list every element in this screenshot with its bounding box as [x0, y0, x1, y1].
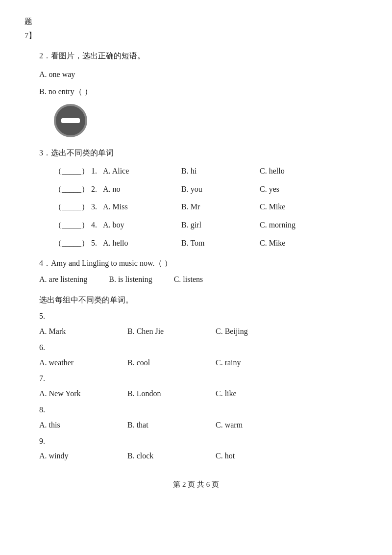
- q3-2a: A. no: [103, 182, 181, 197]
- group-item-8: 8. A. this B. that C. warm: [24, 403, 368, 432]
- gi9-b: B. clock: [127, 449, 216, 463]
- no-entry-bar: [61, 118, 80, 123]
- q3-blank-5: （_____）: [54, 236, 89, 251]
- group-item-8-choices: A. this B. that C. warm: [24, 418, 368, 432]
- group-item-8-num: 8.: [24, 403, 368, 417]
- q2-option-b: B. no entry（ ）: [24, 85, 368, 99]
- gi6-a: A. weather: [39, 356, 127, 370]
- question3-title: 3．选出不同类的单词: [39, 146, 368, 160]
- gi5-c: C. Beijing: [216, 325, 294, 339]
- q3-blank-4: （_____）: [54, 218, 89, 232]
- q3-choices-5: A. hello B. Tom C. Mike: [103, 236, 368, 251]
- q3-num-4: 4.: [91, 218, 101, 232]
- question4-text: 4．Amy and Lingling to music now.（ ）: [39, 256, 368, 271]
- q3-5b: B. Tom: [181, 236, 260, 251]
- group-item-7: 7. A. New York B. London C. like: [24, 372, 368, 401]
- gi5-b: B. Chen Jie: [127, 325, 216, 339]
- gi8-a: A. this: [39, 418, 127, 432]
- gi7-a: A. New York: [39, 387, 127, 401]
- header-line1: 题: [24, 15, 368, 29]
- q3-3b: B. Mr: [181, 200, 260, 214]
- q3-item-4: （_____） 4. A. boy B. girl C. morning: [24, 218, 368, 232]
- q2-option-a: A. one way: [24, 68, 368, 82]
- q3-num-3: 3.: [91, 200, 101, 214]
- q3-5c: C. Mike: [260, 236, 338, 251]
- group-item-6: 6. A. weather B. cool C. rainy: [24, 341, 368, 370]
- q3-1a: A. Alice: [103, 164, 181, 178]
- group-item-9-num: 9.: [24, 434, 368, 449]
- q3-item-5: （_____） 5. A. hello B. Tom C. Mike: [24, 236, 368, 251]
- q4-option-c: C. listens: [174, 275, 203, 283]
- group-item-5-num: 5.: [24, 309, 368, 324]
- group-section-title: 选出每组中不同类的单词。: [39, 293, 368, 307]
- gi9-c: C. hot: [216, 449, 294, 463]
- q3-num-1: 1.: [91, 164, 101, 178]
- group-item-9-choices: A. windy B. clock C. hot: [24, 449, 368, 463]
- q3-item-2: （_____） 2. A. no B. you C. yes: [24, 182, 368, 197]
- q3-1c: C. hello: [260, 164, 338, 178]
- q3-num-2: 2.: [91, 182, 101, 197]
- q3-blank-3: （_____）: [54, 200, 89, 214]
- group-item-5-choices: A. Mark B. Chen Jie C. Beijing: [24, 325, 368, 339]
- gi8-b: B. that: [127, 418, 216, 432]
- q3-4c: C. morning: [260, 218, 338, 232]
- q3-choices-1: A. Alice B. hi C. hello: [103, 164, 368, 178]
- header-line2: 7】: [24, 29, 368, 43]
- group-item-6-num: 6.: [24, 341, 368, 355]
- q3-num-5: 5.: [91, 236, 101, 251]
- q4-option-a: A. are listening: [39, 275, 87, 283]
- no-entry-sign: [54, 104, 87, 137]
- q3-2b: B. you: [181, 182, 260, 197]
- gi7-b: B. London: [127, 387, 216, 401]
- q3-2c: C. yes: [260, 182, 338, 197]
- gi6-b: B. cool: [127, 356, 216, 370]
- group-item-5: 5. A. Mark B. Chen Jie C. Beijing: [24, 309, 368, 339]
- group-item-6-choices: A. weather B. cool C. rainy: [24, 356, 368, 370]
- q3-4b: B. girl: [181, 218, 260, 232]
- group-item-7-choices: A. New York B. London C. like: [24, 387, 368, 401]
- gi6-c: C. rainy: [216, 356, 294, 370]
- page-header: 题 7】: [24, 15, 368, 43]
- q3-4a: A. boy: [103, 218, 181, 232]
- gi5-a: A. Mark: [39, 325, 127, 339]
- page-footer: 第 2 页 共 6 页: [24, 478, 368, 491]
- q3-1b: B. hi: [181, 164, 260, 178]
- question2-title: 2．看图片，选出正确的短语。: [39, 49, 368, 63]
- q3-choices-2: A. no B. you C. yes: [103, 182, 368, 197]
- group-item-7-num: 7.: [24, 372, 368, 386]
- q3-blank-2: （_____）: [54, 182, 89, 197]
- gi9-a: A. windy: [39, 449, 127, 463]
- no-entry-sign-container: [54, 104, 368, 137]
- gi8-c: C. warm: [216, 418, 294, 432]
- q3-3a: A. Miss: [103, 200, 181, 214]
- q3-item-1: （_____） 1. A. Alice B. hi C. hello: [24, 164, 368, 178]
- q3-5a: A. hello: [103, 236, 181, 251]
- q3-3c: C. Mike: [260, 200, 338, 214]
- q4-option-b: B. is listening: [109, 275, 152, 283]
- q3-blank-1: （_____）: [54, 164, 89, 178]
- q3-choices-3: A. Miss B. Mr C. Mike: [103, 200, 368, 214]
- question4-options: A. are listening B. is listening C. list…: [39, 273, 368, 287]
- gi7-c: C. like: [216, 387, 294, 401]
- q3-choices-4: A. boy B. girl C. morning: [103, 218, 368, 232]
- footer-text: 第 2 页 共 6 页: [173, 480, 219, 488]
- group-item-9: 9. A. windy B. clock C. hot: [24, 434, 368, 464]
- q3-item-3: （_____） 3. A. Miss B. Mr C. Mike: [24, 200, 368, 214]
